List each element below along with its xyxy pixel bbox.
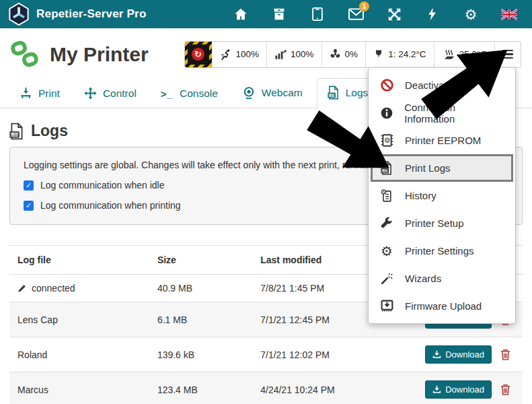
tab-webcam[interactable]: Webcam xyxy=(232,79,313,108)
printer-dropdown-menu: Deactivate Connection Information ⚙ Prin… xyxy=(368,67,516,324)
history-icon xyxy=(380,189,393,203)
bolt-icon[interactable] xyxy=(424,6,441,22)
fullscreen-icon[interactable] xyxy=(386,6,402,22)
download-icon xyxy=(432,350,441,359)
deactivate-icon xyxy=(380,78,394,92)
emergency-stop-button[interactable]: ↻ xyxy=(185,42,212,67)
top-navbar: Repetier-Server Pro 1 xyxy=(0,0,532,28)
printer-menu-button[interactable] xyxy=(494,42,521,67)
svg-text:LOG: LOG xyxy=(11,133,20,137)
firmware-upload-icon xyxy=(380,299,394,313)
webcam-icon xyxy=(242,86,256,100)
tab-control[interactable]: Control xyxy=(74,80,147,108)
log-size: 139.6 kB xyxy=(152,337,255,372)
tab-console[interactable]: >_ Console xyxy=(151,81,228,108)
message-count-badge: 1 xyxy=(359,1,369,11)
log-size: 40.9 MB xyxy=(152,275,255,302)
speed-multiplier[interactable]: 100% xyxy=(212,42,267,67)
print-icon xyxy=(20,87,32,100)
estop-reset-icon: ↻ xyxy=(192,48,204,61)
heated-bed-icon xyxy=(442,48,455,61)
repetier-logo-icon xyxy=(8,2,30,26)
col-size: Size xyxy=(152,246,255,275)
menu-item-firmware-upload[interactable]: Firmware Upload xyxy=(369,292,515,320)
extruder-value: 1: 24.2°C xyxy=(388,49,426,59)
printer-name: My Printer xyxy=(50,43,149,66)
log-name: connected xyxy=(32,283,75,294)
console-icon: >_ xyxy=(161,88,174,100)
menu-item-printer-eeprom[interactable]: ⚙ Printer EEPROM xyxy=(369,127,515,154)
log-name: Lens Cap xyxy=(17,314,58,325)
bed-temperature[interactable]: 25.0°C xyxy=(434,42,494,67)
menu-item-printer-setup[interactable]: Printer Setup xyxy=(369,209,515,237)
menu-item-history[interactable]: History xyxy=(369,182,515,209)
gear-icon: ⚙ xyxy=(381,244,393,258)
extruder-icon xyxy=(373,48,384,60)
log-modified: 4/24/21 10:24 PM xyxy=(255,372,420,404)
server-box-icon[interactable] xyxy=(271,6,287,22)
log-size: 123.4 MB xyxy=(152,372,255,404)
tab-print[interactable]: Print xyxy=(9,80,70,108)
wrench-icon xyxy=(380,217,393,230)
table-row: Marcus 123.4 MB 4/24/21 10:24 PM Downloa… xyxy=(9,372,523,404)
log-file-icon: LOG xyxy=(9,123,24,140)
navbar-icons: 1 ⚙ xyxy=(233,6,524,22)
download-button[interactable]: Download xyxy=(425,345,492,364)
flow-icon xyxy=(274,48,287,61)
fan-control[interactable]: 0% xyxy=(321,42,366,67)
download-icon xyxy=(432,385,441,394)
log-modified: 7/1/21 12:02 PM xyxy=(255,337,420,372)
menu-item-connection-information[interactable]: Connection Information xyxy=(369,99,515,127)
log-idle-label: Log communication when idle xyxy=(40,180,164,191)
log-name: Marcus xyxy=(17,384,48,395)
menu-item-wizards[interactable]: Wizards xyxy=(369,265,515,292)
log-printing-label: Log communication when printing xyxy=(40,200,181,211)
flow-multiplier[interactable]: 100% xyxy=(266,42,321,67)
svg-text:LOG: LOG xyxy=(329,94,336,97)
svg-text:⚙: ⚙ xyxy=(383,136,389,144)
connection-link-icon xyxy=(9,40,40,69)
speed-value: 100% xyxy=(236,49,260,59)
fan-value: 0% xyxy=(345,49,358,59)
home-icon[interactable] xyxy=(233,6,249,22)
col-log-file: Log file xyxy=(9,246,152,275)
gear-icon[interactable]: ⚙ xyxy=(463,6,479,22)
svg-text:LOG: LOG xyxy=(382,169,389,172)
eeprom-icon: ⚙ xyxy=(380,133,394,147)
menu-item-print-logs[interactable]: LOG Print Logs xyxy=(371,154,513,182)
move-icon xyxy=(84,87,97,100)
hamburger-icon xyxy=(502,50,513,59)
delete-icon[interactable] xyxy=(500,384,510,395)
wand-icon xyxy=(380,272,393,285)
delete-icon[interactable] xyxy=(500,349,510,360)
flow-value: 100% xyxy=(291,49,314,59)
menu-item-printer-settings[interactable]: ⚙ Printer Settings xyxy=(369,237,515,265)
uk-flag-icon[interactable] xyxy=(501,6,517,22)
log-idle-checkbox[interactable]: ✓ xyxy=(24,180,34,191)
fan-icon xyxy=(330,48,341,60)
pencil-icon xyxy=(17,283,27,293)
log-file-icon: LOG xyxy=(381,161,393,175)
table-row: Roland 139.6 kB 7/1/21 12:02 PM Download xyxy=(9,337,523,372)
app-title: Repetier-Server Pro xyxy=(36,7,146,21)
extruder-temperature[interactable]: 1: 24.2°C xyxy=(365,42,433,67)
messages-icon[interactable]: 1 xyxy=(348,6,364,22)
bed-value: 25.0°C xyxy=(459,49,487,59)
touchscreen-icon[interactable] xyxy=(309,6,326,22)
log-name: Roland xyxy=(17,349,47,360)
log-printing-checkbox[interactable]: ✓ xyxy=(24,201,34,211)
runner-icon xyxy=(220,48,232,61)
log-size: 6.1 MB xyxy=(152,302,255,337)
printer-status-toolbar: ↻ 100% 100% xyxy=(184,41,521,68)
download-button[interactable]: Download xyxy=(425,380,492,399)
page: Repetier-Server Pro 1 xyxy=(0,0,532,404)
info-icon xyxy=(380,106,393,120)
menu-item-deactivate[interactable]: Deactivate xyxy=(369,71,515,99)
log-file-icon: LOG xyxy=(328,86,340,100)
